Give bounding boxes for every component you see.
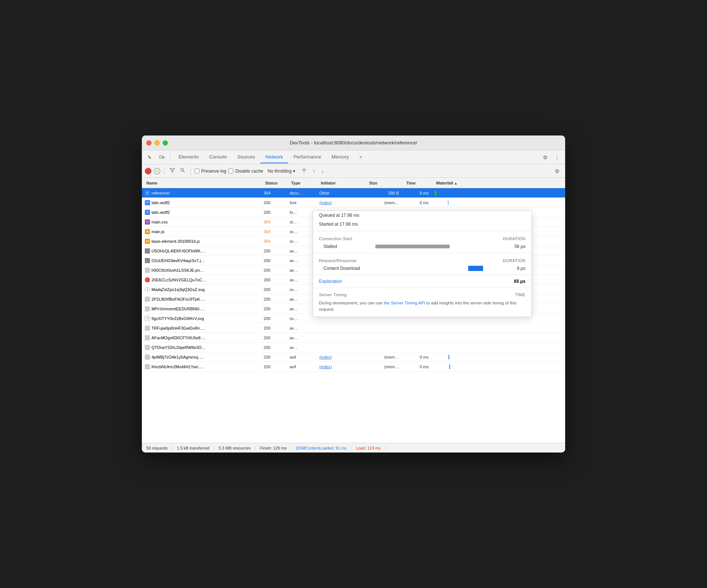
toolbar-divider-1 — [170, 154, 170, 161]
minimize-button[interactable] — [154, 140, 160, 146]
file-name: O2slJEHG9avKV4aqzSx7.j… — [152, 258, 205, 263]
table-row[interactable]: lHvzbNUlrm2Mvd4H1Ywc…. 200 avif (index) … — [142, 362, 565, 372]
svg-rect-1 — [163, 157, 164, 158]
wifi-icon[interactable] — [300, 167, 309, 175]
net-divider-2 — [190, 167, 191, 175]
throttle-select[interactable]: No throttling ▾ — [265, 168, 298, 174]
status-cell: 200 — [261, 297, 287, 301]
img-icon — [145, 335, 150, 340]
tab-elements[interactable]: Elements — [173, 151, 204, 163]
content-download-duration: 9 μs — [503, 266, 525, 271]
preserve-log-checkbox[interactable] — [195, 169, 199, 173]
file-name: AFacMOgv6D0CFTr6U5e8…. — [152, 336, 206, 340]
table-row[interactable]: TRFujw0pi0nHF3GwDuRn…. 200 av… — [142, 323, 565, 333]
network-table: Name Status Type Initiator Size Time — [142, 178, 565, 443]
resources-size: 5.3 MB resources — [214, 446, 255, 450]
waterfall-cell — [431, 343, 565, 352]
col-type[interactable]: Type — [288, 181, 318, 185]
filter-icon[interactable] — [168, 166, 176, 176]
initiator-cell: (index) — [316, 355, 365, 359]
tab-network[interactable]: Network — [260, 151, 289, 163]
devtools-toolbar: Elements Console Sources Network Perform… — [142, 150, 565, 164]
status-cell: 304 — [261, 220, 287, 224]
img-icon — [145, 355, 150, 360]
server-timing-label: Server Timing — [319, 293, 346, 297]
close-button[interactable] — [146, 140, 152, 146]
type-cell: avif — [287, 365, 316, 369]
requests-count: 59 requests — [146, 446, 172, 450]
record-button[interactable] — [145, 168, 152, 174]
size-cell: (mem… — [365, 365, 402, 369]
waterfall-cell — [431, 323, 565, 333]
device-toolbar-icon[interactable] — [157, 152, 167, 163]
time-label: TIME — [515, 293, 525, 297]
network-settings-icon[interactable]: ⚙ — [552, 166, 562, 176]
status-cell: 304 — [261, 191, 287, 195]
load-time: Load: 124 ms — [352, 446, 386, 450]
server-timing-description: During development, you can use the Serv… — [319, 298, 525, 314]
content-download-row: Content Download 9 μs — [313, 264, 531, 272]
server-timing-api-link[interactable]: the Server Timing API — [384, 301, 425, 305]
download-bar-container — [375, 266, 503, 271]
waterfall-cell — [431, 188, 565, 197]
table-row[interactable]: 4pIMBj7zOAk1y5Agmmoj…. 200 avif (index) … — [142, 352, 565, 362]
title-bar: DevTools - localhost:8080/docs/devtools/… — [142, 135, 565, 150]
inspect-icon[interactable] — [145, 152, 155, 163]
file-name: latin.woff2 — [152, 210, 170, 215]
divider-3 — [313, 275, 531, 275]
preserve-log-label[interactable]: Preserve log — [195, 169, 226, 174]
divider-4 — [313, 288, 531, 288]
tab-performance[interactable]: Performance — [288, 151, 326, 163]
transferred-size: 1.5 kB transferred — [172, 446, 214, 450]
tab-bar: Elements Console Sources Network Perform… — [173, 151, 538, 163]
img-icon — [145, 345, 150, 350]
file-name: U5OHzQL4tEKFr6OFlxWK…. — [152, 249, 206, 253]
type-cell: av… — [287, 326, 316, 330]
network-toolbar: ⊘ Preserve log Disable cache No throttli… — [142, 164, 565, 178]
tab-console[interactable]: Console — [204, 151, 232, 163]
col-time[interactable]: Time — [403, 181, 433, 185]
waterfall-cell — [431, 198, 565, 207]
time-cell: 8 ms — [402, 191, 431, 195]
stalled-row: Stalled 56 μs — [313, 242, 531, 251]
status-bar: 59 requests 1.5 kB transferred 5.3 MB re… — [142, 443, 565, 453]
table-row[interactable]: T latin.woff2 200 font (index) (mem… 0 m… — [142, 198, 565, 208]
status-cell: 200 — [261, 307, 287, 311]
img-icon — [145, 268, 150, 273]
maximize-button[interactable] — [163, 140, 168, 146]
disable-cache-label[interactable]: Disable cache — [228, 169, 263, 174]
type-cell: sc… — [287, 239, 316, 244]
settings-icon[interactable]: ⚙ — [540, 152, 550, 163]
status-cell: 200 — [261, 365, 287, 369]
table-row[interactable]: QTDnaY32hLDipeRW8e3O… 200 av… — [142, 343, 565, 352]
img-icon — [145, 297, 150, 302]
tab-sources[interactable]: Sources — [232, 151, 260, 163]
doc-icon: ≡ — [145, 190, 150, 196]
file-name: base-element-3018901b.js — [152, 239, 200, 244]
col-size[interactable]: Size — [366, 181, 403, 185]
explanation-link[interactable]: Explanation — [319, 279, 342, 284]
search-icon[interactable] — [179, 166, 187, 176]
window-title: DevTools - localhost:8080/docs/devtools/… — [290, 140, 417, 146]
font-icon: T — [145, 210, 150, 215]
col-initiator[interactable]: Initiator — [318, 181, 366, 185]
table-row[interactable]: AFacMOgv6D0CFTr6U5e8…. 200 av… — [142, 333, 565, 343]
stop-button[interactable]: ⊘ — [154, 168, 160, 174]
tab-memory[interactable]: Memory — [326, 151, 354, 163]
size-cell: (mem… — [365, 200, 402, 205]
disable-cache-checkbox[interactable] — [228, 169, 233, 173]
download-icon[interactable]: ↓ — [319, 167, 326, 175]
col-status[interactable]: Status — [262, 181, 288, 185]
svg-rect-0 — [160, 156, 163, 158]
request-response-header: Request/Response DURATION — [313, 255, 531, 264]
col-waterfall[interactable]: Waterfall — [433, 181, 564, 185]
more-options-icon[interactable]: ⋮ — [552, 152, 562, 163]
type-cell: sc… — [287, 229, 316, 234]
tab-more[interactable]: » — [354, 151, 367, 163]
dom-content-loaded: DOMContentLoaded: 91 ms — [291, 446, 352, 450]
table-row[interactable]: ≡ reference/ 304 docu… Other 296 B 8 ms — [142, 188, 565, 198]
file-name: main.js — [152, 229, 164, 234]
col-name[interactable]: Name — [143, 181, 262, 185]
type-cell: fo… — [287, 210, 316, 215]
upload-icon[interactable]: ↑ — [311, 167, 317, 175]
